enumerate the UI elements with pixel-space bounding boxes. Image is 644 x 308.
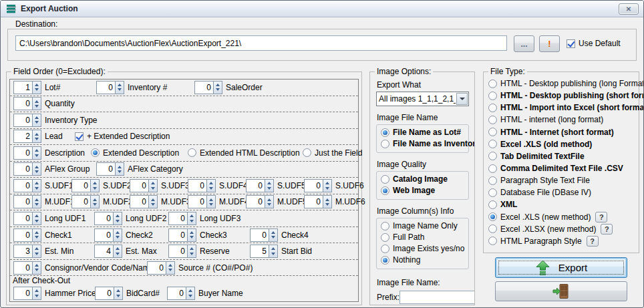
m-udf4-value[interactable]: [188, 195, 206, 208]
alert-button[interactable]: !: [539, 35, 560, 52]
s-udf4-spin-buttons[interactable]: [206, 179, 216, 192]
file-type-option-html-internet-short-format[interactable]: HTML - Internet (short format): [488, 126, 636, 138]
export-button[interactable]: Export: [495, 257, 627, 278]
inventory-spin-buttons[interactable]: [115, 81, 124, 94]
file-type-option-html-desktop-publishing-long-format[interactable]: HTML - Desktop publishing (long Format): [488, 78, 636, 90]
source-co-po-value[interactable]: [147, 261, 166, 275]
long-udf3-value[interactable]: [168, 212, 187, 225]
reserve-value[interactable]: [168, 245, 187, 258]
aflex-group-spin-buttons[interactable]: [32, 162, 41, 176]
m-udf6-value[interactable]: [304, 195, 323, 208]
radio-option-nothing[interactable]: Nothing: [379, 255, 466, 266]
file-type-option-html-paragraph-style[interactable]: HTML Paragraph Style?: [488, 235, 636, 247]
consignor-vendor-code-name-value[interactable]: [13, 261, 32, 275]
aflex-group-value[interactable]: [13, 162, 32, 176]
saleorder-spin-buttons[interactable]: [213, 81, 222, 94]
description-value[interactable]: [13, 146, 32, 160]
destination-path-input[interactable]: [15, 35, 507, 51]
radio-option-file-name-as-inventory[interactable]: File Name as Inventory#: [379, 138, 466, 150]
start-bid-value[interactable]: [250, 245, 269, 258]
export-what-dropdown[interactable]: All images 1_1,1_2,1_3: [376, 92, 469, 106]
prefix-input[interactable]: [399, 291, 474, 304]
file-type-option-comma-delimited-text-file-csv[interactable]: Comma Delimited Text File .CSV: [488, 162, 636, 174]
checkbox-option-extended-description[interactable]: + Extended Description: [75, 132, 170, 141]
lead-value[interactable]: [13, 130, 32, 143]
m-udf5-spin-buttons[interactable]: [265, 195, 274, 208]
radio-option-full-path[interactable]: Full Path: [379, 232, 466, 243]
start-bid-spin-buttons[interactable]: [269, 245, 278, 258]
long-udf3-spin-buttons[interactable]: [187, 212, 196, 225]
check2-spin-buttons[interactable]: [113, 228, 122, 242]
file-type-option-paragraph-style-text-file[interactable]: Paragraph Style Text File: [488, 174, 636, 186]
s-udf3-spin-buttons[interactable]: [148, 179, 158, 192]
lead-spin-buttons[interactable]: [32, 130, 41, 143]
file-type-option-html-internet-long-format[interactable]: HTML - internet (long format): [488, 114, 636, 126]
check1-spin-buttons[interactable]: [32, 228, 41, 242]
s-udf5-spin-buttons[interactable]: [265, 179, 274, 192]
help-button-excel-xlsx-new-method[interactable]: ?: [601, 224, 613, 235]
est-max-value[interactable]: [94, 245, 113, 258]
est-max-spin-buttons[interactable]: [113, 245, 122, 258]
quantity-spin-buttons[interactable]: [32, 97, 41, 110]
m-udf3-value[interactable]: [130, 195, 148, 208]
est-min-value[interactable]: [13, 245, 32, 258]
check4-spin-buttons[interactable]: [269, 228, 278, 242]
s-udf3-value[interactable]: [130, 179, 148, 192]
help-button-html-paragraph-style[interactable]: ?: [587, 236, 599, 247]
radio-option-catalog-image[interactable]: Catalog Image: [379, 174, 466, 185]
m-udf1-spin-buttons[interactable]: [32, 195, 41, 208]
est-min-spin-buttons[interactable]: [32, 245, 41, 258]
hammer-price-value[interactable]: [13, 287, 32, 300]
hammer-price-spin-buttons[interactable]: [32, 287, 41, 300]
exit-button[interactable]: [495, 281, 627, 301]
m-udf3-spin-buttons[interactable]: [148, 195, 158, 208]
help-button-excel-xls-new-method[interactable]: ?: [595, 212, 607, 222]
long-udf2-value[interactable]: [94, 212, 113, 225]
long-udf2-spin-buttons[interactable]: [113, 212, 122, 225]
m-udf4-spin-buttons[interactable]: [206, 195, 216, 208]
s-udf1-value[interactable]: [13, 179, 32, 192]
buyer-name-spin-buttons[interactable]: [186, 287, 195, 300]
s-udf5-value[interactable]: [246, 179, 265, 192]
radio-option-extended-description[interactable]: Extended Description: [91, 148, 179, 158]
use-default-option[interactable]: Use Default: [567, 39, 621, 48]
radio-option-web-image[interactable]: Web Image: [379, 185, 466, 196]
radio-option-file-name-as-lot[interactable]: File Name as Lot#: [379, 127, 466, 138]
lot-value[interactable]: [13, 81, 32, 94]
check3-value[interactable]: [168, 228, 187, 242]
bidcard-spin-buttons[interactable]: [114, 287, 123, 300]
s-udf1-spin-buttons[interactable]: [32, 179, 41, 192]
m-udf1-value[interactable]: [13, 195, 32, 208]
radio-option-extended-html-description[interactable]: Extended HTML Description: [188, 148, 300, 158]
aflex-category-value[interactable]: [96, 162, 115, 176]
file-type-option-database-file-dbase-iv[interactable]: Database File (DBase IV): [488, 186, 636, 198]
buyer-name-value[interactable]: [167, 287, 186, 300]
inventory-type-spin-buttons[interactable]: [32, 114, 41, 127]
s-udf2-spin-buttons[interactable]: [90, 179, 100, 192]
close-button[interactable]: ✕: [619, 3, 639, 15]
check3-spin-buttons[interactable]: [187, 228, 196, 242]
saleorder-value[interactable]: [194, 81, 213, 94]
s-udf2-value[interactable]: [71, 179, 90, 192]
file-type-option-xml[interactable]: XML: [488, 198, 636, 210]
long-udf1-value[interactable]: [13, 212, 32, 225]
long-udf1-spin-buttons[interactable]: [32, 212, 41, 225]
check2-value[interactable]: [94, 228, 113, 242]
file-type-option-html-desktop-publishing-short-format[interactable]: HTML - Desktop publishing (short format): [488, 90, 636, 102]
source-co-po-spin-buttons[interactable]: [166, 261, 175, 275]
m-udf2-value[interactable]: [71, 195, 90, 208]
m-udf5-value[interactable]: [246, 195, 265, 208]
inventory-value[interactable]: [96, 81, 115, 94]
lot-spin-buttons[interactable]: [32, 81, 41, 94]
s-udf6-spin-buttons[interactable]: [323, 179, 332, 192]
m-udf6-spin-buttons[interactable]: [323, 195, 332, 208]
s-udf6-value[interactable]: [304, 179, 323, 192]
file-type-option-html-import-into-excel-short-format[interactable]: HTML - Import into Excel (short format): [488, 102, 636, 114]
inventory-type-value[interactable]: [13, 114, 32, 127]
file-type-option-excel-xlsx-new-method[interactable]: Excel .XLSX (new method)?: [488, 223, 636, 235]
file-type-option-excel-xls-old-method[interactable]: Excel .XLS (old method): [488, 138, 636, 150]
quantity-value[interactable]: [13, 97, 32, 110]
aflex-category-spin-buttons[interactable]: [115, 162, 124, 176]
description-spin-buttons[interactable]: [32, 146, 41, 160]
radio-option-image-name-only[interactable]: Image Name Only: [379, 220, 466, 232]
